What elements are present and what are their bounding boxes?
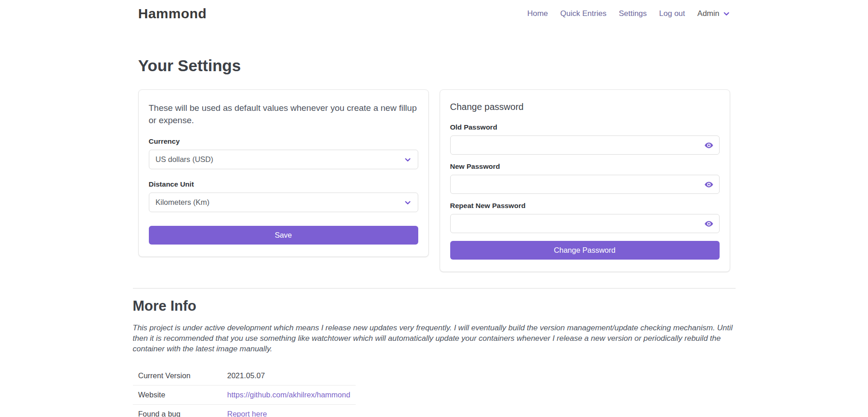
repeat-new-password-input[interactable] (450, 214, 720, 233)
toggle-repeat-password-visibility-button[interactable] (703, 218, 715, 229)
more-info-title: More Info (133, 298, 736, 314)
more-info-section: More Info This project is under active d… (133, 298, 736, 417)
info-value: 2021.05.07 (222, 366, 356, 386)
toggle-new-password-visibility-button[interactable] (703, 178, 715, 190)
eye-icon (704, 141, 714, 150)
website-link[interactable]: https://github.com/akhilrex/hammond (227, 391, 351, 399)
currency-selected-value: US dollars (USD) (156, 155, 214, 164)
nav-item-settings[interactable]: Settings (619, 9, 647, 18)
distance-unit-selected-value: Kilometers (Km) (156, 198, 210, 207)
currency-select[interactable]: US dollars (USD) (149, 150, 418, 169)
chevron-down-icon (723, 10, 730, 17)
user-menu-label: Admin (697, 9, 719, 18)
change-password-button[interactable]: Change Password (450, 241, 720, 260)
new-password-label: New Password (450, 162, 720, 171)
user-menu-dropdown[interactable]: Admin (697, 9, 730, 18)
chevron-down-icon (404, 199, 411, 206)
section-divider (133, 288, 736, 289)
nav-item-quick-entries[interactable]: Quick Entries (560, 9, 606, 18)
distance-unit-label: Distance Unit (149, 180, 418, 188)
info-label: Found a bug (133, 405, 222, 417)
nav-item-log-out[interactable]: Log out (659, 9, 685, 18)
distance-unit-select[interactable]: Kilometers (Km) (149, 193, 418, 212)
save-button[interactable]: Save (149, 226, 418, 245)
toggle-old-password-visibility-button[interactable] (703, 139, 715, 151)
brand-logo[interactable]: Hammond (138, 6, 207, 21)
info-label: Current Version (133, 366, 222, 386)
repeat-new-password-label: Repeat New Password (450, 202, 720, 210)
nav-item-home[interactable]: Home (527, 9, 548, 18)
password-card-title: Change password (450, 102, 720, 112)
eye-icon (704, 180, 714, 189)
defaults-card: These will be used as default values whe… (138, 89, 429, 257)
top-navbar: Hammond Home Quick Entries Settings Log … (0, 0, 868, 27)
info-table: Current Version 2021.05.07 Website https… (133, 366, 356, 417)
development-note: This project is under active development… (133, 323, 736, 354)
chevron-down-icon (404, 156, 411, 163)
table-row: Found a bug Report here (133, 405, 356, 417)
old-password-input[interactable] (450, 136, 720, 155)
currency-label: Currency (149, 137, 418, 146)
table-row: Current Version 2021.05.07 (133, 366, 356, 386)
eye-icon (704, 219, 714, 229)
report-bug-link[interactable]: Report here (227, 410, 267, 417)
table-row: Website https://github.com/akhilrex/hamm… (133, 386, 356, 405)
info-label: Website (133, 386, 222, 405)
new-password-input[interactable] (450, 175, 720, 194)
password-card: Change password Old Password (440, 89, 730, 272)
page-title: Your Settings (138, 57, 730, 75)
old-password-label: Old Password (450, 123, 720, 131)
defaults-description: These will be used as default values whe… (149, 102, 418, 126)
nav-links: Home Quick Entries Settings Log out Admi… (527, 9, 730, 18)
